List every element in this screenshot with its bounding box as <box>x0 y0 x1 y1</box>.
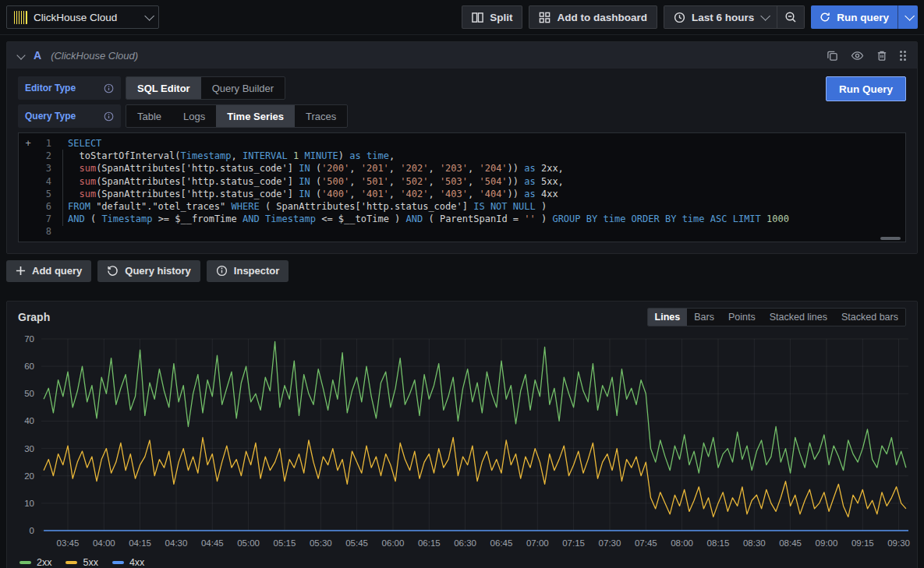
run-query-button[interactable]: Run query <box>811 5 897 29</box>
add-to-dashboard-button[interactable]: Add to dashboard <box>529 5 657 29</box>
zoom-out-time-button[interactable] <box>777 5 805 29</box>
info-icon[interactable] <box>104 111 114 122</box>
query-type-option-time-series[interactable]: Time Series <box>216 105 295 127</box>
svg-text:06:15: 06:15 <box>418 538 441 548</box>
legend-label: 4xx <box>129 557 144 568</box>
legend-label: 5xx <box>83 557 97 568</box>
add-query-button[interactable]: Add query <box>6 260 91 282</box>
svg-text:07:00: 07:00 <box>526 538 549 548</box>
info-circle-icon <box>216 265 228 277</box>
inspector-label: Inspector <box>234 265 280 277</box>
legend-item-2xx[interactable]: 2xx <box>19 557 51 568</box>
sql-line[interactable]: 4 sum(SpanAttributes['http.status_code']… <box>19 175 905 188</box>
gutter-spacer <box>19 150 37 162</box>
info-icon[interactable] <box>104 83 114 93</box>
svg-text:08:45: 08:45 <box>779 538 802 548</box>
svg-text:04:30: 04:30 <box>165 538 188 548</box>
query-ref-label: A <box>34 49 41 62</box>
drag-handle-icon[interactable] <box>900 51 906 61</box>
run-query-label: Run query <box>837 12 889 23</box>
sql-line[interactable]: 7AND ( Timestamp >= $__fromTime AND Time… <box>19 213 905 225</box>
svg-text:05:15: 05:15 <box>274 538 296 548</box>
query-history-button[interactable]: Query history <box>97 260 200 282</box>
editor-type-labelbox: Editor Type <box>18 76 121 100</box>
svg-text:30: 30 <box>24 443 34 453</box>
split-label: Split <box>490 12 512 23</box>
gutter-spacer <box>19 225 37 238</box>
chart-legend: 2xx5xx4xx <box>15 556 909 568</box>
svg-text:07:15: 07:15 <box>562 538 585 548</box>
svg-text:06:30: 06:30 <box>454 538 476 548</box>
svg-text:04:15: 04:15 <box>129 538 151 548</box>
sql-line[interactable]: 6FROM "default"."otel_traces" WHERE ( Sp… <box>19 200 905 213</box>
viz-mode-stacked-lines[interactable]: Stacked lines <box>763 309 834 326</box>
svg-text:09:00: 09:00 <box>816 538 838 548</box>
datasource-picker[interactable]: ClickHouse Cloud <box>6 5 159 29</box>
dashboard-grid-icon <box>539 12 551 23</box>
graph-panel: Graph LinesBarsPointsStacked linesStacke… <box>6 301 918 568</box>
gutter-spacer <box>19 188 37 200</box>
split-icon <box>472 12 483 23</box>
svg-text:70: 70 <box>24 334 34 344</box>
sql-line[interactable]: 5 sum(SpanAttributes['http.status_code']… <box>19 188 905 200</box>
viz-mode-stacked-bars[interactable]: Stacked bars <box>834 309 905 326</box>
gutter-spacer <box>19 200 37 213</box>
secondary-actions: Add query Query history Inspector <box>0 260 924 282</box>
run-query-split-button: Run query <box>811 5 918 29</box>
legend-item-4xx[interactable]: 4xx <box>112 557 144 568</box>
add-line-icon[interactable]: + <box>19 137 37 150</box>
svg-text:08:30: 08:30 <box>743 538 766 548</box>
sql-line[interactable]: 8 <box>19 225 905 238</box>
editor-hscrollbar[interactable] <box>880 237 901 240</box>
run-query-dropdown[interactable] <box>897 5 918 29</box>
svg-text:04:45: 04:45 <box>201 538 224 548</box>
query-type-option-traces[interactable]: Traces <box>295 105 347 127</box>
gutter-spacer <box>19 162 37 175</box>
svg-text:05:45: 05:45 <box>345 538 368 548</box>
line-number: 6 <box>37 200 51 213</box>
sql-line[interactable]: 2 toStartOfInterval(Timestamp, INTERVAL … <box>19 150 905 162</box>
svg-text:03:45: 03:45 <box>57 538 80 548</box>
svg-text:10: 10 <box>24 498 34 507</box>
query-datasource-hint: (ClickHouse Cloud) <box>51 50 817 62</box>
run-query-inline-button[interactable]: Run Query <box>826 76 906 101</box>
legend-swatch <box>65 561 77 564</box>
legend-item-5xx[interactable]: 5xx <box>65 557 97 568</box>
viz-mode-lines[interactable]: Lines <box>648 309 688 326</box>
line-number: 4 <box>37 175 51 188</box>
editor-type-option-query-builder[interactable]: Query Builder <box>201 77 285 99</box>
sql-code-editor[interactable]: +1SELECT2 toStartOfInterval(Timestamp, I… <box>18 132 906 242</box>
line-number: 1 <box>37 137 51 150</box>
svg-text:20: 20 <box>24 471 34 480</box>
plus-icon <box>16 266 26 276</box>
remove-query-trash-icon[interactable] <box>876 50 887 62</box>
explore-toolbar: ClickHouse Cloud Split Add to dashboard … <box>0 0 924 35</box>
editor-type-toggle: SQL EditorQuery Builder <box>126 76 285 100</box>
svg-text:04:00: 04:00 <box>93 538 115 548</box>
duplicate-query-icon[interactable] <box>827 50 838 62</box>
query-row-header: A (ClickHouse Cloud) <box>7 42 917 69</box>
query-type-option-table[interactable]: Table <box>126 105 172 127</box>
query-editor-body: Editor Type SQL EditorQuery Builder Quer… <box>7 69 917 253</box>
query-type-label: Query Type <box>25 111 76 122</box>
svg-text:06:00: 06:00 <box>382 538 405 548</box>
svg-text:60: 60 <box>24 362 34 371</box>
svg-text:05:30: 05:30 <box>310 538 332 548</box>
time-range-picker[interactable]: Last 6 hours <box>664 5 777 29</box>
inspector-button[interactable]: Inspector <box>207 260 289 282</box>
hide-response-eye-icon[interactable] <box>851 50 864 62</box>
collapse-chevron-icon[interactable] <box>16 51 25 59</box>
timeseries-chart[interactable]: 01020304050607003:4504:0004:1504:3004:45… <box>15 330 909 556</box>
svg-text:50: 50 <box>24 389 34 398</box>
editor-type-option-sql-editor[interactable]: SQL Editor <box>126 77 201 99</box>
sql-line[interactable]: 3 sum(SpanAttributes['http.status_code']… <box>19 162 905 175</box>
split-button[interactable]: Split <box>462 5 522 29</box>
query-type-option-logs[interactable]: Logs <box>172 105 216 127</box>
viz-mode-bars[interactable]: Bars <box>687 309 721 326</box>
sql-line[interactable]: +1SELECT <box>19 137 905 150</box>
sync-icon <box>820 12 830 23</box>
viz-mode-points[interactable]: Points <box>721 309 763 326</box>
svg-text:09:30: 09:30 <box>887 538 910 548</box>
svg-text:08:15: 08:15 <box>707 538 730 548</box>
clickhouse-logo-icon <box>14 11 27 24</box>
